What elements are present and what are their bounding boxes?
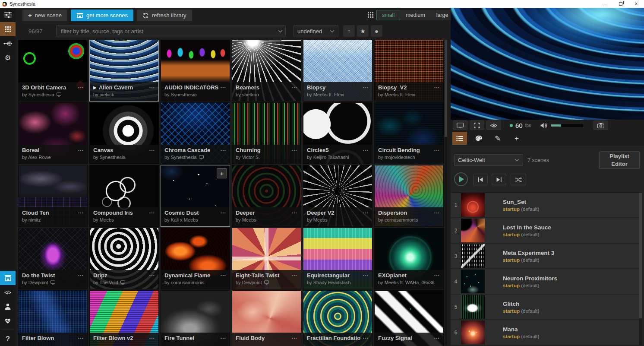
scene-tile[interactable]: Equirectangular ••• by Shady Headstash xyxy=(303,228,373,289)
scene-menu-icon[interactable]: ••• xyxy=(363,148,369,152)
scene-menu-icon[interactable]: ••• xyxy=(292,148,297,152)
playlist-scrollbar[interactable] xyxy=(639,193,642,345)
scene-menu-icon[interactable]: ••• xyxy=(292,211,297,215)
output-display-button[interactable] xyxy=(453,121,467,130)
sort-order-button[interactable]: ↑ xyxy=(343,25,355,37)
scene-tile[interactable]: AUDIO INDICATORS ••• by Synesthesia xyxy=(161,40,230,102)
scene-tile[interactable]: Fluid Body ••• xyxy=(232,290,301,346)
sidebar-item-store[interactable] xyxy=(0,271,16,285)
add-scene-button[interactable]: + xyxy=(217,168,227,178)
playlist-item[interactable]: 2 Lost in the Sauce startup (default) xyxy=(451,218,639,243)
scene-tile[interactable]: Dynamical Flame ••• by cornusammonis xyxy=(161,228,230,289)
scene-tile[interactable]: Beamers ••• by sheltron xyxy=(232,40,301,102)
scene-menu-icon[interactable]: ••• xyxy=(363,211,369,215)
scene-menu-icon[interactable]: ••• xyxy=(78,86,84,89)
next-scene-button[interactable] xyxy=(492,174,506,185)
favorites-filter-button[interactable]: ★ xyxy=(357,25,369,37)
search-input[interactable] xyxy=(56,25,286,37)
scene-menu-icon[interactable]: ••• xyxy=(292,273,297,277)
fullscreen-button[interactable] xyxy=(470,121,484,130)
scene-menu-icon[interactable]: ••• xyxy=(149,336,155,340)
scene-menu-icon[interactable]: ••• xyxy=(221,211,226,215)
scene-tile[interactable]: Circuit Bending ••• by mojovideotech xyxy=(374,102,444,164)
get-more-scenes-button[interactable]: get more scenes xyxy=(71,10,133,21)
scene-menu-icon[interactable]: ••• xyxy=(434,86,440,89)
size-small-button[interactable]: small xyxy=(376,10,400,20)
shuffle-button[interactable] xyxy=(511,174,526,185)
scene-menu-icon[interactable]: ••• xyxy=(221,148,226,152)
new-scene-button[interactable]: + new scene xyxy=(22,10,67,21)
scene-menu-icon[interactable]: ••• xyxy=(78,211,84,215)
sidebar-item-account[interactable] xyxy=(0,299,16,314)
scene-tile[interactable]: Deeper ••• by Meebs xyxy=(232,165,301,227)
scene-tile[interactable]: Filter Blown v2 ••• xyxy=(89,290,159,346)
playlist-item[interactable]: 5 Glitch startup (default) xyxy=(451,295,639,319)
scene-tile[interactable]: Boreal ••• by Alex Rowe xyxy=(18,102,88,164)
library-scrollbar[interactable] xyxy=(445,40,447,345)
tab-add[interactable]: + xyxy=(509,132,524,145)
refresh-library-button[interactable]: refresh library xyxy=(137,10,192,21)
volume-slider[interactable] xyxy=(551,124,583,127)
play-button[interactable] xyxy=(454,172,468,186)
scene-menu-icon[interactable]: ••• xyxy=(78,273,84,277)
scene-tile[interactable]: Dispersion ••• by cornusammonis xyxy=(374,165,444,227)
scene-menu-icon[interactable]: ••• xyxy=(363,86,369,89)
size-medium-button[interactable]: medium xyxy=(400,10,430,20)
scene-tile[interactable]: Canvas ••• by Synesthesia xyxy=(89,102,159,164)
scene-menu-icon[interactable]: ••• xyxy=(363,336,369,340)
scene-tile[interactable]: Deeper V2 ••• by Meebs xyxy=(303,165,373,227)
playlist-item[interactable]: 3 Meta Experiment 3 startup (default) xyxy=(451,244,639,268)
scene-tile[interactable]: Chroma Cascade ••• by Synesthesia xyxy=(161,102,230,164)
scene-menu-icon[interactable]: ••• xyxy=(292,86,297,89)
scene-menu-icon[interactable]: ••• xyxy=(149,148,155,152)
scene-menu-icon[interactable]: ••• xyxy=(221,273,226,277)
scene-menu-icon[interactable]: ••• xyxy=(149,86,155,89)
sidebar-item-help[interactable]: ? xyxy=(0,332,16,346)
sidebar-item-controls[interactable] xyxy=(0,8,16,22)
scene-menu-icon[interactable]: ••• xyxy=(292,336,297,340)
tab-colors[interactable] xyxy=(471,132,486,145)
tag-filter-select[interactable]: undefined xyxy=(294,25,338,37)
scene-menu-icon[interactable]: ••• xyxy=(434,336,440,340)
close-button[interactable]: × xyxy=(628,0,644,8)
sidebar-item-shader-editor[interactable]: </> xyxy=(0,285,16,299)
scene-menu-icon[interactable]: ••• xyxy=(221,336,226,340)
scene-tile[interactable]: Filter Blown ••• xyxy=(18,290,88,346)
scene-tile[interactable]: + Cosmic Dust ••• by Kali x Meebs xyxy=(161,165,230,227)
tab-playlist[interactable] xyxy=(452,132,467,145)
screenshot-button[interactable] xyxy=(593,121,608,130)
scene-tile[interactable]: ▶ Alien Cavern ••• by aiekick xyxy=(89,40,159,102)
sidebar-item-midi[interactable] xyxy=(0,36,16,51)
scene-tile[interactable]: Biopsy ••• by Meebs ft. Flexi xyxy=(303,40,373,102)
previous-scene-button[interactable] xyxy=(473,174,488,185)
scene-tile[interactable]: 3D Orbit Camera ••• by Synesthesia xyxy=(18,40,88,102)
scene-menu-icon[interactable]: ••• xyxy=(149,211,155,215)
sidebar-item-library[interactable] xyxy=(0,22,16,36)
scene-menu-icon[interactable]: ••• xyxy=(434,211,440,215)
scene-menu-icon[interactable]: ••• xyxy=(78,336,84,340)
circle-filter-button[interactable]: ● xyxy=(371,25,382,37)
playlist-item[interactable]: 6 Mana startup (default) xyxy=(451,320,639,345)
scene-tile[interactable]: Cloud Ten ••• by nimitz xyxy=(18,165,88,227)
scene-tile[interactable]: Do the Twist ••• by Dewpoint xyxy=(18,228,88,289)
playlist-item[interactable]: 4 Neuron Proximitors startup (default) xyxy=(451,269,639,294)
scene-menu-icon[interactable]: ••• xyxy=(221,86,226,89)
playlist-editor-button[interactable]: Playlist Editor xyxy=(599,151,640,169)
sidebar-item-settings[interactable]: ⚙ xyxy=(0,51,16,65)
scene-menu-icon[interactable]: ••• xyxy=(78,148,84,152)
maximize-button[interactable] xyxy=(613,0,628,8)
scene-menu-icon[interactable]: ••• xyxy=(434,148,440,152)
playlist-item[interactable]: 1 Sun_Set startup (default) xyxy=(451,193,639,217)
scene-menu-icon[interactable]: ••• xyxy=(434,273,440,277)
scene-tile[interactable]: Dripz ••• by The Vold xyxy=(89,228,159,289)
scene-tile[interactable]: EXOplanet ••• by Meebs ft. WAHa_06x36 xyxy=(374,228,444,289)
playlist-select[interactable]: Celtic-Welt xyxy=(454,154,523,166)
preview-visibility-button[interactable] xyxy=(486,121,501,130)
scene-tile[interactable]: Compound Iris ••• by Meebs xyxy=(89,165,159,227)
chevron-down-icon[interactable] xyxy=(278,30,283,33)
scene-tile[interactable]: Fuzzy Signal ••• xyxy=(374,290,444,346)
scene-tile[interactable]: Circles5 ••• by Keijiro Takahashi xyxy=(303,102,373,164)
scene-menu-icon[interactable]: ••• xyxy=(149,273,155,277)
sidebar-item-health[interactable] xyxy=(0,314,16,328)
scene-tile[interactable]: Biopsy_V2 ••• by Meebs ft. Flexi xyxy=(374,40,444,102)
